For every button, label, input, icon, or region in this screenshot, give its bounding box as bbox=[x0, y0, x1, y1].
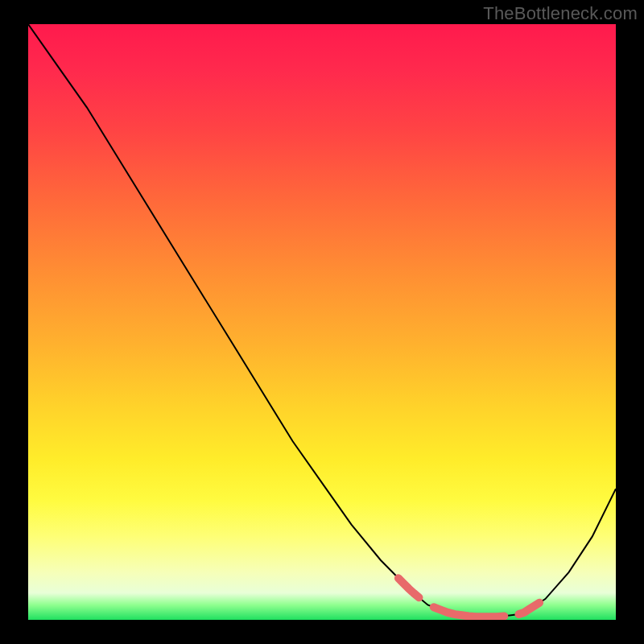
optimal-range-marker-left bbox=[398, 578, 419, 597]
optimal-range-marker-right bbox=[519, 603, 540, 614]
chart-area bbox=[28, 24, 616, 620]
optimal-range-marker-mid bbox=[434, 607, 505, 617]
bottleneck-curve bbox=[28, 24, 616, 617]
chart-svg bbox=[28, 24, 616, 620]
watermark-text: TheBottleneck.com bbox=[483, 3, 638, 24]
